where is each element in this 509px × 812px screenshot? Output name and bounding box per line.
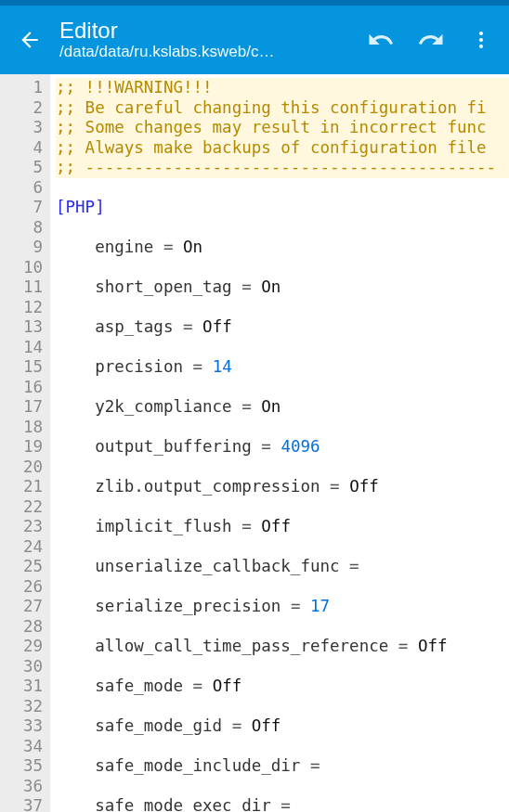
line-number: 4 <box>7 138 43 159</box>
code-line[interactable] <box>56 657 509 677</box>
line-number: 34 <box>7 737 43 757</box>
code-line[interactable]: short_open_tag = On <box>56 277 509 298</box>
redo-icon <box>417 26 445 54</box>
line-number: 14 <box>7 338 43 358</box>
line-number: 27 <box>7 597 43 617</box>
code-content[interactable]: ;; !!!WARNING!!!;; Be careful changing t… <box>50 74 509 812</box>
line-number: 29 <box>7 637 43 657</box>
code-line[interactable] <box>56 617 509 638</box>
line-number: 30 <box>7 657 43 677</box>
code-line[interactable] <box>56 777 509 797</box>
app-title: Editor <box>59 19 364 43</box>
code-line[interactable] <box>56 497 509 518</box>
code-line[interactable]: unserialize_callback_func = <box>56 557 509 577</box>
code-line[interactable]: safe_mode = Off <box>56 677 509 697</box>
line-number: 31 <box>7 677 43 697</box>
code-line[interactable] <box>56 178 509 199</box>
line-number: 11 <box>7 277 43 298</box>
more-vert-icon <box>470 29 492 51</box>
code-line[interactable] <box>56 378 509 398</box>
code-line[interactable]: ;; Always make backups of configuration … <box>56 138 509 159</box>
code-line[interactable]: precision = 14 <box>56 357 509 378</box>
code-line[interactable]: zlib.output_compression = Off <box>56 477 509 497</box>
undo-icon <box>367 26 395 54</box>
line-number: 23 <box>7 517 43 537</box>
line-number: 13 <box>7 317 43 338</box>
code-line[interactable]: y2k_compliance = On <box>56 397 509 418</box>
code-line[interactable]: ;; -------------------------------------… <box>56 158 509 178</box>
redo-button[interactable] <box>414 23 448 57</box>
line-number: 21 <box>7 477 43 497</box>
line-number: 10 <box>7 258 43 278</box>
code-line[interactable] <box>56 258 509 278</box>
code-line[interactable]: asp_tags = Off <box>56 317 509 338</box>
line-number: 18 <box>7 418 43 438</box>
line-number: 6 <box>7 178 43 199</box>
code-line[interactable]: ;; Some changes may result in incorrect … <box>56 118 509 138</box>
code-line[interactable]: safe_mode_exec_dir = <box>56 796 509 812</box>
line-number: 35 <box>7 756 43 777</box>
line-number: 7 <box>7 198 43 218</box>
line-number: 3 <box>7 118 43 138</box>
code-line[interactable]: ;; Be careful changing this configuratio… <box>56 98 509 119</box>
line-number: 28 <box>7 617 43 638</box>
line-number: 9 <box>7 238 43 258</box>
toolbar: Editor /data/data/ru.kslabs.ksweb/c… <box>0 6 509 74</box>
code-line[interactable] <box>56 737 509 757</box>
code-line[interactable]: ;; !!!WARNING!!! <box>56 78 509 98</box>
line-number: 15 <box>7 357 43 378</box>
line-number: 2 <box>7 98 43 119</box>
code-line[interactable]: safe_mode_include_dir = <box>56 756 509 777</box>
line-number: 8 <box>7 218 43 238</box>
line-number: 5 <box>7 158 43 178</box>
line-number-gutter: 1234567891011121314151617181920212223242… <box>0 74 50 812</box>
line-number: 32 <box>7 697 43 717</box>
line-number: 1 <box>7 78 43 98</box>
line-number: 36 <box>7 777 43 797</box>
code-line[interactable] <box>56 577 509 598</box>
line-number: 16 <box>7 378 43 398</box>
code-line[interactable]: output_buffering = 4096 <box>56 437 509 458</box>
code-line[interactable]: allow_call_time_pass_reference = Off <box>56 637 509 657</box>
toolbar-actions <box>364 23 498 57</box>
file-path: /data/data/ru.kslabs.ksweb/c… <box>59 43 364 61</box>
line-number: 19 <box>7 437 43 458</box>
code-line[interactable]: [PHP] <box>56 198 509 218</box>
line-number: 26 <box>7 577 43 598</box>
code-line[interactable] <box>56 298 509 318</box>
line-number: 37 <box>7 796 43 812</box>
code-line[interactable]: serialize_precision = 17 <box>56 597 509 617</box>
code-line[interactable]: implicit_flush = Off <box>56 517 509 537</box>
line-number: 33 <box>7 716 43 737</box>
back-button[interactable] <box>7 18 52 62</box>
code-line[interactable]: safe_mode_gid = Off <box>56 716 509 737</box>
line-number: 25 <box>7 557 43 577</box>
title-block: Editor /data/data/ru.kslabs.ksweb/c… <box>59 19 364 61</box>
code-line[interactable] <box>56 458 509 478</box>
line-number: 24 <box>7 537 43 558</box>
code-line[interactable] <box>56 218 509 238</box>
line-number: 17 <box>7 397 43 418</box>
overflow-menu-button[interactable] <box>464 23 498 57</box>
editor-area[interactable]: 1234567891011121314151617181920212223242… <box>0 74 509 812</box>
line-number: 22 <box>7 497 43 518</box>
undo-button[interactable] <box>364 23 398 57</box>
line-number: 20 <box>7 458 43 478</box>
code-line[interactable] <box>56 418 509 438</box>
code-line[interactable] <box>56 338 509 358</box>
code-line[interactable] <box>56 697 509 717</box>
svg-point-2 <box>479 45 483 48</box>
svg-point-1 <box>479 38 483 42</box>
code-line[interactable]: engine = On <box>56 238 509 258</box>
line-number: 12 <box>7 298 43 318</box>
code-line[interactable] <box>56 537 509 558</box>
svg-point-0 <box>479 32 483 35</box>
arrow-back-icon <box>18 28 42 52</box>
